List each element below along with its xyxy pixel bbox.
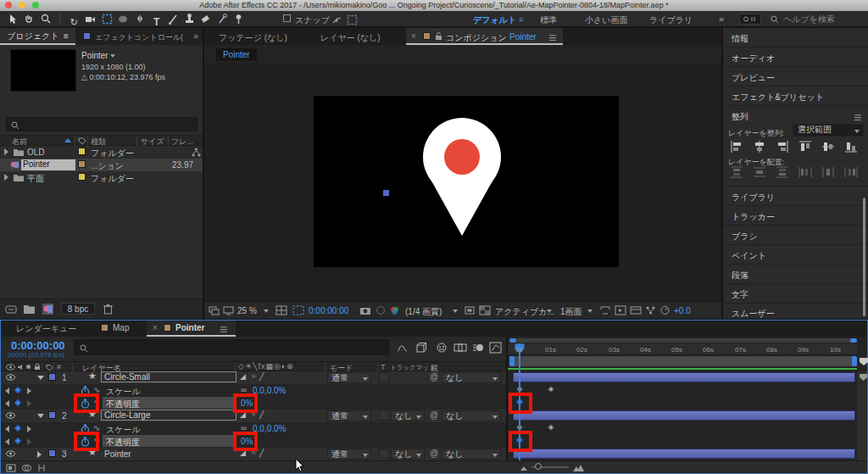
new-composition-icon[interactable] [42,304,53,315]
hide-shy-icon[interactable] [435,342,448,354]
camera-tool[interactable] [84,13,97,25]
eraser-tool[interactable] [199,13,212,25]
project-row-solid[interactable]: 平面 フォルダー [0,171,203,184]
resolution-value[interactable]: (1/4 画質) [405,306,442,318]
workspace-overflow[interactable]: » [719,14,724,24]
label-color[interactable] [78,173,86,181]
zoom-in-mountain-icon[interactable] [572,463,584,472]
pickwhip-icon[interactable]: @ [430,410,438,420]
pan-behind-tool[interactable] [101,13,114,25]
time-navigator[interactable] [509,338,857,343]
expand-icon[interactable] [4,174,8,181]
pickwhip-icon[interactable]: @ [430,449,438,458]
roto-brush-tool[interactable] [216,13,229,25]
panel-header-preview[interactable]: プレビュー [723,67,868,86]
quality-slash-icon[interactable]: ╱ [259,410,264,419]
camera-view-value[interactable]: アクティブカ... [495,306,554,318]
puppet-pin-tool[interactable] [232,13,245,25]
label-color[interactable] [78,148,86,155]
view-layout-caret-icon[interactable] [587,309,593,313]
viewer-timecode[interactable]: 0:00:00:00 [309,306,348,315]
zoom-value[interactable]: 25 % [237,306,257,315]
new-folder-icon[interactable] [24,304,35,314]
current-timecode[interactable]: 0:00:00:00 [11,339,65,352]
trkmat-box-2[interactable] [379,410,389,421]
bpc-button[interactable]: 8 bpc [61,303,95,315]
clone-stamp-tool[interactable] [183,13,196,25]
label-color[interactable] [78,160,86,168]
reset-exposure-icon[interactable] [659,305,670,315]
prev-keyframe-icon[interactable] [5,438,9,445]
parent-select-1[interactable]: なし [442,372,501,383]
workspace-tab-library[interactable]: ライブラリ [649,14,693,26]
close-tab-icon[interactable]: × [411,31,416,41]
expand-transfer-icon[interactable] [21,464,31,472]
trkmat-select-3[interactable]: なし [391,449,425,460]
expand-icon[interactable] [4,148,8,155]
trash-icon[interactable] [103,304,113,315]
align-left-icon[interactable] [730,140,743,153]
pickwhip-icon[interactable]: @ [430,372,438,382]
tab-layer[interactable]: レイヤー (なし) [320,32,381,44]
viewer-subtab-pointer[interactable]: Pointer [216,48,257,61]
align-bottom-icon[interactable] [844,140,858,153]
tab-composition[interactable]: × コンポジション Pointer ≡ [406,28,563,45]
type-tool[interactable]: T [150,16,163,29]
workspace-menu-icon[interactable]: ≡ [519,15,523,24]
next-keyframe-icon[interactable] [27,400,31,407]
workspace-settings-icon[interactable] [739,14,761,25]
align-target-select[interactable]: 選択範囲 [793,124,864,137]
safe-margins-icon[interactable] [275,305,287,315]
workspace-tab-small[interactable]: 小さい画面 [585,14,627,26]
work-area-end-handle[interactable] [852,356,857,366]
camera-caret-icon[interactable] [547,309,552,313]
project-row-pointer[interactable]: Pointer ...ション 23.97 [0,159,203,171]
zoom-tool[interactable] [40,13,53,25]
label-column-icon[interactable] [78,137,86,145]
keyframe[interactable] [548,424,554,431]
project-search-input[interactable] [6,117,198,131]
panel-header-paragraph[interactable]: 段落 [723,265,868,284]
align-center-h-icon[interactable] [753,140,766,153]
tab-project[interactable]: プロジェクト ≡ [0,28,75,45]
workspace-tab-default[interactable]: デフォルト [473,14,516,26]
blend-mode-select-2[interactable]: 通常 [327,410,371,421]
eye-icon[interactable] [6,450,15,457]
motion-blur-icon[interactable] [472,342,485,354]
snap-checkbox[interactable] [283,14,291,22]
comp-marker-bin-icon[interactable] [859,357,868,366]
brush-tool[interactable] [167,13,180,25]
panel-header-effects-presets[interactable]: エフェクト&プリセット [723,86,868,106]
tab-pointer-timeline[interactable]: × Pointer ≡ [147,321,236,337]
panel-header-brushes[interactable]: ブラシ [723,226,868,245]
expand-layer-icon[interactable] [37,414,44,418]
panel-header-info[interactable]: 情報 [723,28,868,47]
panel-header-align[interactable]: 整列 ≡ [723,106,868,125]
mask-visibility-icon[interactable] [346,14,359,26]
snap-options-icon[interactable] [331,14,343,26]
selection-tool[interactable] [7,13,19,25]
item-name-selected[interactable]: Pointer [21,159,75,170]
always-preview-icon[interactable] [209,306,220,315]
draft-3d-icon[interactable] [415,342,427,354]
region-of-interest-icon[interactable] [464,305,476,315]
fast-preview-icon[interactable] [615,305,626,315]
work-area-start-handle[interactable] [509,356,515,366]
blend-mode-select-1[interactable]: 通常 [327,372,371,383]
tab-menu-icon[interactable]: ≡ [548,31,556,46]
prev-keyframe-icon[interactable] [5,426,9,432]
collapse-layer-icon[interactable] [37,451,42,458]
transparency-grid-icon[interactable] [479,305,491,315]
rotation-tool[interactable]: ↻ [68,16,81,29]
next-keyframe-icon[interactable] [27,388,31,394]
next-keyframe-icon[interactable] [27,438,31,445]
show-snapshot-icon[interactable] [376,305,387,315]
help-search[interactable]: ヘルプを検索 [768,13,863,25]
tab-render-queue[interactable]: レンダーキュー [16,323,76,335]
expand-inout-icon[interactable] [36,464,47,472]
tab-menu-icon[interactable]: ≡ [220,322,227,337]
layer-bar-3[interactable] [513,449,855,459]
dist-right-icon[interactable] [844,166,858,178]
timeline-search-input[interactable] [74,339,389,355]
layer-label-color[interactable] [48,411,56,419]
